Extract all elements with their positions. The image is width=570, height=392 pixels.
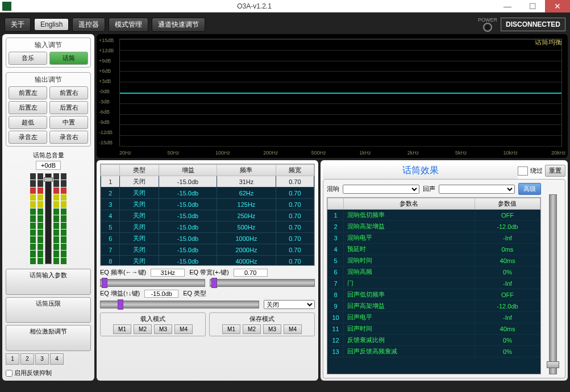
preset-3-button[interactable]: 3: [35, 353, 49, 365]
save-m4-button[interactable]: M4: [284, 324, 302, 334]
reverb-select[interactable]: [343, 185, 419, 194]
fx-param-row[interactable]: 10回声电平-Inf: [328, 312, 540, 323]
front-left-button[interactable]: 前置左: [9, 86, 47, 99]
y-axis-label: -12dB: [99, 130, 113, 135]
center-button[interactable]: 中置: [49, 116, 88, 129]
fx-param-row[interactable]: 8回声低切频率OFF: [328, 289, 540, 301]
load-m3-button[interactable]: M3: [154, 324, 172, 334]
fx-param-row[interactable]: 3混响电平-Inf: [328, 232, 540, 244]
rear-left-button[interactable]: 后置左: [9, 101, 47, 114]
fx-param-row[interactable]: 5混响时间40ms: [328, 255, 540, 266]
eq-type-select[interactable]: 关闭: [264, 300, 315, 309]
phase-exciter-button[interactable]: 相位激励调节: [6, 325, 91, 351]
eq-gain-slider[interactable]: [100, 301, 259, 308]
eq-row[interactable]: 7关闭-15.0db2000Hz0.70: [101, 244, 314, 256]
power-label: POWER: [478, 17, 497, 23]
preset-2-button[interactable]: 2: [20, 353, 34, 365]
level-meters: [6, 173, 91, 264]
titlebar: O3A-v1.2.1 — ☐ ✕: [0, 0, 570, 12]
feedback-suppress-checkbox[interactable]: 启用反馈抑制: [6, 369, 91, 377]
y-axis-label: -15dB: [99, 140, 113, 145]
eq-freq-label: EQ 频率(←→键): [100, 268, 146, 277]
mic-compressor-button[interactable]: 话筒压限: [6, 297, 91, 323]
mic-input-param-button[interactable]: 话筒输入参数: [6, 269, 91, 295]
fx-param-row[interactable]: 12反馈衰减比例0%: [328, 335, 540, 346]
rear-right-button[interactable]: 后置右: [49, 101, 88, 114]
fx-panel: 话筒效果 绕过 重置 混响 回声: [321, 160, 568, 381]
bypass-label: 绕过: [530, 166, 543, 175]
connection-status: DISCONNECTED: [501, 18, 565, 31]
mic-button[interactable]: 话筒: [49, 52, 88, 65]
rec-right-button[interactable]: 录音右: [49, 131, 88, 144]
app-icon: [2, 2, 11, 11]
y-axis-label: -6dB: [99, 109, 110, 115]
channel-quick-button[interactable]: 通道快速调节: [152, 18, 205, 32]
advanced-button[interactable]: 高级: [518, 183, 541, 195]
y-axis-label: +6dB: [99, 68, 111, 74]
eq-freq-input[interactable]: [151, 269, 185, 277]
close-button[interactable]: ✕: [545, 0, 570, 12]
load-m4-button[interactable]: M4: [174, 324, 193, 334]
fx-param-row[interactable]: 9回声高架增益-12.0db: [328, 301, 540, 312]
total-volume-label: 话筒总音量: [6, 151, 91, 160]
save-m3-button[interactable]: M3: [263, 324, 281, 334]
music-button[interactable]: 音乐: [9, 52, 47, 65]
minimize-button[interactable]: —: [495, 0, 520, 12]
fx-fader[interactable]: [549, 194, 557, 374]
reset-button[interactable]: 重置: [545, 165, 565, 177]
eq-row[interactable]: 4关闭-15.0db250Hz0.70: [101, 210, 314, 222]
save-mode-label: 保存模式: [211, 315, 313, 323]
y-axis-label: +3dB: [99, 78, 111, 84]
load-m2-button[interactable]: M2: [134, 324, 152, 334]
x-axis-label: 200Hz: [263, 150, 278, 156]
mode-mgmt-button[interactable]: 模式管理: [109, 18, 148, 32]
db-readout: +0dB: [36, 161, 61, 170]
preset-1-button[interactable]: 1: [6, 353, 19, 365]
fx-param-row[interactable]: 11回声时间40ms: [328, 323, 540, 335]
echo-select[interactable]: [439, 185, 515, 194]
fx-param-row[interactable]: 13回声反馈高频衰减0%: [328, 346, 540, 357]
eq-graph: 话筒均衡 +15dB+12dB+9dB+6dB+3dB-0dB-3dB-6dB-…: [97, 34, 568, 158]
fx-param-row[interactable]: 4预延时0ms: [328, 244, 540, 255]
sub-button[interactable]: 超低: [9, 116, 47, 129]
fx-param-row[interactable]: 6混响高频0%: [328, 266, 540, 278]
eq-row[interactable]: 6关闭-15.0db1000Hz0.70: [101, 233, 314, 244]
eq-gain-input[interactable]: [144, 290, 178, 298]
eq-bw-slider[interactable]: [210, 279, 315, 287]
fx-param-row[interactable]: 1混响低切频率OFF: [328, 210, 540, 221]
eq-freq-slider[interactable]: [100, 279, 205, 287]
echo-label: 回声: [423, 185, 435, 193]
english-button[interactable]: English: [34, 18, 69, 31]
preset-4-button[interactable]: 4: [50, 353, 64, 365]
bypass-checkbox[interactable]: [518, 166, 528, 176]
fx-tab-mic-effect[interactable]: 话筒效果: [323, 162, 518, 179]
fx-param-row[interactable]: 7门-Inf: [328, 278, 540, 289]
eq-row[interactable]: 3关闭-15.0db125Hz0.70: [101, 199, 314, 210]
x-axis-label: 2kHz: [407, 150, 419, 156]
eq-row[interactable]: 1关闭-15.0db31Hz0.70: [101, 176, 314, 187]
volume-fader[interactable]: [45, 173, 52, 264]
save-m1-button[interactable]: M1: [222, 324, 240, 334]
power-led-icon: [483, 23, 492, 32]
save-m2-button[interactable]: M2: [243, 324, 261, 334]
about-button[interactable]: 关于: [5, 18, 31, 32]
fx-param-row[interactable]: 2混响高架增益-12.0db: [328, 221, 540, 232]
eq-row[interactable]: 2关闭-15.0db62Hz0.70: [101, 187, 314, 199]
eq-table[interactable]: 类型增益频率频宽1关闭-15.0db31Hz0.702关闭-15.0db62Hz…: [100, 164, 315, 266]
x-axis-label: 500Hz: [311, 150, 326, 156]
front-right-button[interactable]: 前置右: [49, 86, 88, 99]
y-axis-label: +12dB: [99, 48, 114, 53]
eq-row[interactable]: 5关闭-15.0db500Hz0.70: [101, 222, 314, 233]
load-mode-label: 载入模式: [102, 315, 203, 323]
rec-left-button[interactable]: 录音左: [9, 131, 47, 144]
x-axis-label: 50Hz: [167, 150, 179, 156]
eq-bw-input[interactable]: [234, 269, 268, 277]
remote-button[interactable]: 遥控器: [72, 18, 105, 32]
toolbar: 关于 English 遥控器 模式管理 通道快速调节 POWER DISCONN…: [2, 15, 568, 34]
y-axis-label: -0dB: [99, 89, 110, 94]
fx-param-table[interactable]: 参数名参数值1混响低切频率OFF2混响高架增益-12.0db3混响电平-Inf4…: [327, 197, 541, 374]
maximize-button[interactable]: ☐: [520, 0, 545, 12]
eq-row[interactable]: 8关闭-15.0db4000Hz0.70: [101, 256, 314, 266]
y-axis-label: +15dB: [99, 37, 114, 43]
load-m1-button[interactable]: M1: [113, 324, 131, 334]
